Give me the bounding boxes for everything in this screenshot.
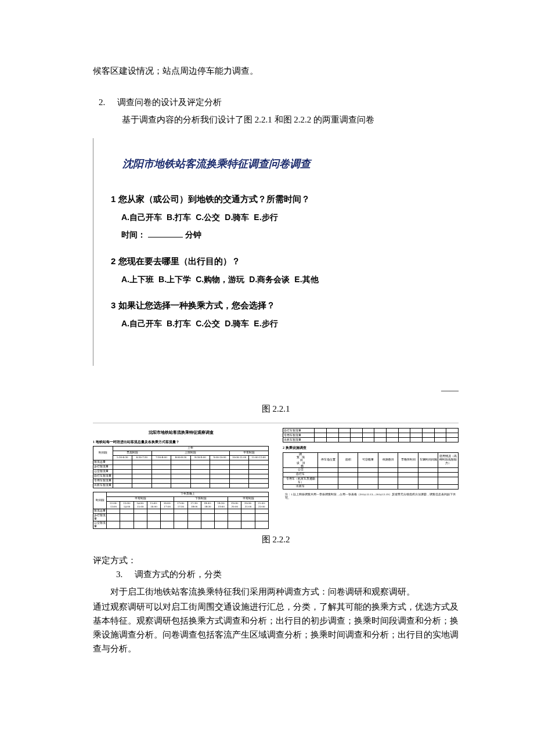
obs-title: 沈阳市地铁站客流换乘特征观察调查 xyxy=(93,430,269,435)
table-row: 步行客流量 xyxy=(93,465,269,469)
c: 20:00-21:00 xyxy=(241,501,255,509)
rl: 公交客流量 xyxy=(93,469,113,474)
table-row: 公交客流量 xyxy=(93,469,269,474)
c: 17:30-18:00 xyxy=(187,501,201,509)
g1b: 上班时段 xyxy=(151,451,229,455)
question-3-options: A.自己开车 B.打车 C.公交 D.骑车 E.步行 xyxy=(121,317,459,330)
c: 8:30-9:00 xyxy=(190,455,210,460)
figure-caption-2: 图 2.2.2 xyxy=(93,532,459,546)
c: 16:00-17:00 xyxy=(161,501,174,509)
h: 可容载量 xyxy=(358,452,378,467)
c: 21:00-22:00 xyxy=(255,501,268,509)
obs-table-pm: 时间段 下午及晚上 平常时段 下班时段 平常时段 12:00-13:00 13:… xyxy=(93,492,269,529)
rl: 专用车客流量 xyxy=(283,433,315,438)
am-top: 上午 xyxy=(113,446,268,451)
table-row: 专用车（私家车及通勤车） xyxy=(283,477,459,484)
c: 5:30-6:30 xyxy=(113,455,132,460)
observation-right: 自行车客流量 专用车客流量 出租车客流量 2 换乘设施调查 调 查 项 目 设 … xyxy=(283,428,459,529)
g2c: 平常时段 xyxy=(228,496,269,501)
g2b: 下班时段 xyxy=(174,496,228,501)
table-row: 出租车客流量 xyxy=(93,483,269,488)
facility-head: 调 查 项 目 设 目 施 停车场位置 面积 可容载量 线路数目 早晚班时间 车… xyxy=(283,452,459,467)
pm-group-row: 平常时段 下班时段 平常时段 xyxy=(93,496,269,501)
c: 15:00-16:00 xyxy=(147,501,160,509)
rl: 自行车 xyxy=(283,472,318,477)
c: 17:00-17:30 xyxy=(174,501,187,509)
rl: 客流总量 xyxy=(93,460,113,465)
time-suffix: 分钟 xyxy=(185,230,201,239)
intro-text: 候客区建设情况；站点周边停车能力调查。 xyxy=(93,64,459,78)
c: 10:00-11:00 xyxy=(229,455,249,460)
question-1-time: 时间： 分钟 xyxy=(121,228,459,241)
question-2: 2 您现在要去哪里（出行目的）？ A.上下班 B.上下学 C.购物，游玩 D.商… xyxy=(111,254,459,286)
table-row: 自行车客流量 xyxy=(283,429,459,433)
span-label-2: 时间段 xyxy=(93,492,107,509)
c: 9:00-10:00 xyxy=(210,455,230,460)
question-2-head: 2 您现在要去哪里（出行目的）？ xyxy=(111,254,459,268)
rl: 公交 xyxy=(283,467,318,472)
table-row: 自行车客流量 xyxy=(93,474,269,478)
rl: 出租车 xyxy=(283,484,318,489)
c: 14:00-15:00 xyxy=(134,501,147,509)
item-2-num: 2. xyxy=(99,95,115,109)
obs-table-am: 时间段 上午 早高时段 上班时段 平常时段 5:30-6:30 6:30-7:3… xyxy=(93,446,269,488)
table-row: 客流总量 xyxy=(93,509,269,513)
question-3-head: 3 如果让您选择一种换乘方式，您会选择？ xyxy=(111,298,459,312)
rl: 出租车客流量 xyxy=(93,483,113,488)
observation-survey-row: 沈阳市地铁站客流换乘特征观察调查 1 地铁站每一时段进出站客流总量及各换乘方式客… xyxy=(93,428,459,529)
c: 19:00-20:00 xyxy=(228,501,241,509)
table-row: 自行车 xyxy=(283,472,459,477)
c: 6:30-7:30 xyxy=(132,455,152,460)
rl: 步行客流量 xyxy=(93,465,113,469)
item-2-paragraph: 基于调查内容的分析我们设计了图 2.2.1 和图 2.2.2 的两重调查问卷 xyxy=(122,113,459,127)
rl: 专用车客流量 xyxy=(93,478,113,483)
table-row: 客流总量 xyxy=(93,460,269,465)
c: 18:30-19:00 xyxy=(214,501,228,509)
figure-caption-1: 图 2.2.1 xyxy=(93,402,459,416)
span-label: 时间段 xyxy=(93,446,113,460)
h: 早晚班时间 xyxy=(398,452,418,467)
time-blank[interactable] xyxy=(148,237,183,237)
item-2: 2. 调查问卷的设计及评定分析 xyxy=(99,95,459,109)
table-row: 出租车 xyxy=(283,484,459,489)
time-prefix: 时间： xyxy=(121,230,146,239)
body-paragraph-2: 通过观察调研可以对启工街周围交通设施进行汇总，分类，了解其可能的换乘方式，优选方… xyxy=(93,600,459,656)
table-row: 步行客流量 xyxy=(93,513,269,521)
table-row: 出租车客流量 xyxy=(283,438,459,442)
observation-left: 沈阳市地铁站客流换乘特征观察调查 1 地铁站每一时段进出站客流总量及各换乘方式客… xyxy=(93,428,269,529)
rl: 自行车客流量 xyxy=(283,429,315,433)
question-1-head: 1 您从家（或公司）到地铁的交通方式？所需时间？ xyxy=(111,192,459,206)
g2a: 平常时段 xyxy=(107,496,174,501)
rl: 专用车（私家车及通勤车） xyxy=(283,477,318,484)
c: 8:00-8:30 xyxy=(171,455,191,460)
obs-table-pm-cont: 自行车客流量 专用车客流量 出租车客流量 xyxy=(283,428,459,442)
rl: 自行车客流量 xyxy=(93,474,113,478)
pm-top: 下午及晚上 xyxy=(107,492,269,496)
c: 13:00-14:00 xyxy=(120,501,134,509)
table-row: 专用车客流量 xyxy=(283,433,459,438)
h: 车辆时间间隔 xyxy=(418,452,438,467)
item-3-num: 3. xyxy=(116,567,132,581)
h: 面积 xyxy=(338,452,358,467)
obs-note: 注：1.以上两份调查共用一章份调查时段，占用一张表格（2014.12.13—20… xyxy=(283,493,459,500)
table-row: 公交 xyxy=(283,467,459,472)
item-3: 3. 调查方式的分析，分类 xyxy=(116,567,459,581)
c: 12:00-13:00 xyxy=(107,501,120,509)
question-1: 1 您从家（或公司）到地铁的交通方式？所需时间？ A.自己开车 B.打车 C.公… xyxy=(111,192,459,242)
obs-sub-1: 1 地铁站每一时段进出站客流总量及各换乘方式客流量？ xyxy=(93,440,269,444)
divider xyxy=(93,423,459,423)
h: 停车场位置 xyxy=(318,452,338,467)
item-2-title: 调查问卷的设计及评定分析 xyxy=(117,98,222,107)
h: 线路数目 xyxy=(378,452,398,467)
rl: 出租车客流量 xyxy=(283,438,315,442)
dash-separator: —— xyxy=(93,383,459,397)
c: 7:30-8:00 xyxy=(151,455,171,460)
g1c: 平常时段 xyxy=(229,451,268,455)
rl: 客流总量 xyxy=(93,509,107,513)
pm-cols-row: 12:00-13:00 13:00-14:00 14:00-15:00 15:0… xyxy=(93,501,269,509)
question-2-options: A.上下班 B.上下学 C.购物，游玩 D.商务会谈 E.其他 xyxy=(121,273,459,286)
c: 18:00-18:30 xyxy=(201,501,214,509)
body-paragraph-1: 对于启工街地铁站客流换乘特征我们采用两种调查方式：问卷调研和观察调研。 xyxy=(93,585,459,599)
question-3: 3 如果让您选择一种换乘方式，您会选择？ A.自己开车 B.打车 C.公交 D.… xyxy=(111,298,459,330)
diag-head: 调 查 项 目 设 目 施 xyxy=(283,452,318,467)
